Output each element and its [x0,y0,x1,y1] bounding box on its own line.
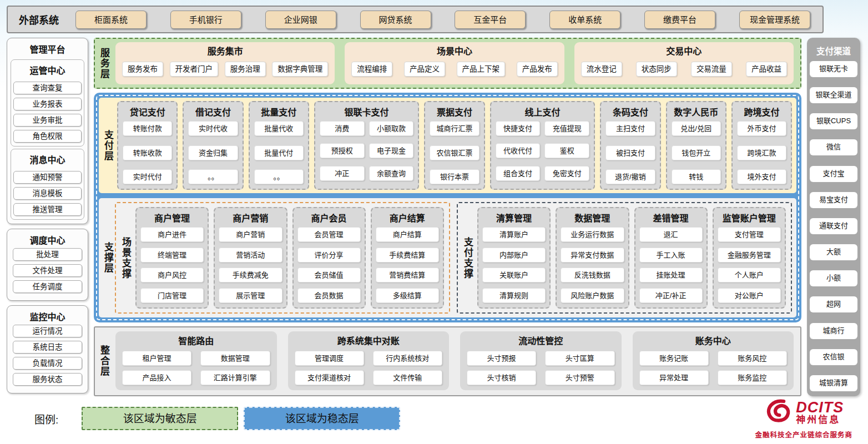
service-node: 服务治理 [225,62,266,77]
support-node: 业务运行数据 [561,227,624,242]
integration-node: 行内系统核对 [373,351,442,366]
mgmt-node: 通知预警 [13,171,82,184]
integration-layer: 整合层 智能路由 租户管理 数据管理 产品接入 汇路计算引擎 跨系统集中对账 [94,326,801,396]
online-payment-title: 线上支付 [496,103,590,121]
integration-groups: 智能路由 租户管理 数据管理 产品接入 汇路计算引擎 跨系统集中对账 管理调度 … [115,331,794,390]
channel-node: 小额 [810,270,857,286]
external-system-node: 企业网银 [265,11,336,29]
regulatory-account-title: 监管账户管理 [718,209,781,227]
scene-support-label: 场景支撑 [121,207,130,309]
dcits-swirl-icon [764,397,794,427]
support-node: 会员储值 [297,268,361,282]
service-layer-label: 服务层 [99,42,109,84]
payment-node: 城商行汇票 [430,121,479,136]
cross-border-title: 跨境支付 [737,103,786,121]
integration-node: 异常处理 [639,370,709,385]
channel-node: 银联CUPS [810,113,857,129]
payment-support-section: 支付支撑 清算管理 清算账户 内部账户 关联账户 清算规则 [457,202,792,314]
support-node: 商户营销 [219,227,282,242]
barcode-payment-title: 条码支付 [605,103,655,121]
liquidity-control-group: 流动性管控 头寸预报 头寸匡算 头寸核销 头寸预警 [460,331,622,390]
merchant-mgmt-column: 商户管理 商户进件 终端管理 商户风控 门店管理 [135,207,209,309]
logo-tagline: 金融科技全产业链综合服务商 [755,429,852,440]
management-platform-title: 管理平台 [11,41,84,57]
merchant-settlement-column: 商户结算 商户结算 手续费结算 营销费结算 多级结算 [371,207,444,309]
architecture-diagram: 外部系统 柜面系统 手机银行 企业网银 网贷系统 互金平台 收单系统 缴费平台 … [0,0,868,444]
merchant-member-title: 商户会员 [297,209,361,227]
digital-rmb-title: 数字人民币 [672,103,721,121]
payment-node: 预授权 [320,143,365,158]
support-node: 反洗钱数据 [561,268,624,282]
service-node: 产品发布 [517,62,558,77]
scheduling-center-group: 批处理 文件处理 任务调度 [11,248,84,296]
dcits-logo: DCITS 神州信息 金融科技全产业链综合服务商 [755,397,852,440]
logo-brand: DCITS [796,400,844,415]
integration-node: 账务监控 [718,370,787,385]
scheduling-center-title: 调度中心 [11,232,84,248]
integration-node: 产品接入 [122,370,191,385]
payment-node: 小额取款 [369,121,414,136]
mgmt-node: 运行情况 [13,325,82,337]
merchant-marketing-title: 商户营销 [219,209,282,227]
trade-center-items: 流水登记 状态同步 交易流量 产品收益 [581,58,787,80]
support-node: 手续费减免 [219,268,282,282]
support-node: 商户进件 [140,227,204,242]
support-node: 营销费结算 [376,268,439,282]
footer: 图例: 该区域为敏态层 该区域为稳态层 DCITS 神州信息 金融科技全产业链综… [7,396,860,441]
accounting-center-group: 账务中心 账务记账 账务风控 异常处理 账务监控 [633,331,794,390]
support-node: 终端管理 [140,248,204,263]
service-market-title: 服务集市 [122,44,328,57]
integration-node: 管理调度 [295,351,364,366]
layers-column: 服务层 服务集市 服务发布 开发者门户 服务治理 数据字典管理 场景中心 [94,38,801,396]
monitoring-center-group: 运行情况 系统日志 负载情况 服务状态 [11,325,84,389]
payment-node: 转账付款 [123,121,172,136]
payment-node: 组合支付 [496,166,541,181]
channel-node: 城银清算 [810,375,857,391]
service-node: 流程编排 [351,62,392,77]
support-node: 会员管理 [297,227,361,242]
support-node: 金融服务管理 [718,248,781,263]
external-system-node: 收单系统 [549,11,620,29]
support-node: 手续费结算 [376,248,439,263]
mgmt-node: 推送管理 [13,203,82,216]
support-node: 清算账户 [482,227,546,242]
merchant-marketing-column: 商户营销 商户营销 营销活动 手续费减免 展示管理 [214,207,287,309]
channel-node: 微信 [810,139,857,155]
debit-payment-column: 借记支付 实时代收 资金归集 。。 [183,101,243,190]
mgmt-node: 任务调度 [13,280,82,293]
external-system-node: 手机银行 [170,11,241,29]
payment-node: 快捷支付 [496,121,541,136]
integration-node: 头寸预报 [467,351,536,366]
support-node: 对公账户 [718,288,781,303]
support-node: 个人账户 [718,268,781,282]
payment-channels-title: 支付渠道 [810,42,857,58]
data-mgmt-title: 数据管理 [561,209,624,227]
payment-layer-label: 支付层 [103,101,113,190]
service-node: 状态同步 [636,62,677,77]
support-node: 清算规则 [482,288,546,303]
external-system-node: 缴费平台 [644,11,715,29]
ops-center-group: 运管中心 查询查复 业务报表 业务审批 角色权限 [11,59,84,147]
service-market-group: 服务集市 服务发布 开发者门户 服务治理 数据字典管理 [115,42,335,84]
channel-node: 银联全渠道 [810,87,857,103]
credit-payment-title: 贷记支付 [123,103,172,121]
payment-channels-items: 银联无卡 银联全渠道 银联CUPS 微信 支付宝 易宝支付 通联支付 大额 小额… [810,61,857,391]
integration-node: 账务风控 [718,351,787,366]
error-mgmt-title: 差错管理 [639,209,703,227]
external-system-node: 互金平台 [455,11,526,29]
legend-label: 图例: [34,411,58,426]
payment-node: 电子现金 [369,143,414,158]
batch-payment-column: 批量支付 批量代收 批量代付 。。 [249,101,309,190]
scene-center-items: 流程编排 产品定义 产品上下架 产品发布 [351,58,557,80]
service-node: 开发者门户 [170,62,219,77]
scheduling-center-panel: 调度中心 批处理 文件处理 任务调度 [7,229,88,301]
logo-text: DCITS 神州信息 [796,400,844,425]
support-node: 门店管理 [140,288,204,303]
support-node: 冲正/补正 [639,288,703,303]
mgmt-node: 系统日志 [13,341,82,354]
support-node: 关联账户 [482,268,546,282]
payment-layer: 支付层 贷记支付 转账付款 转账收款 实时代付 借记支付 [99,98,796,193]
support-node: 风险账户数据 [561,288,624,303]
payment-node: 主扫支付 [605,121,655,136]
payment-node: 实时代收 [188,121,238,136]
